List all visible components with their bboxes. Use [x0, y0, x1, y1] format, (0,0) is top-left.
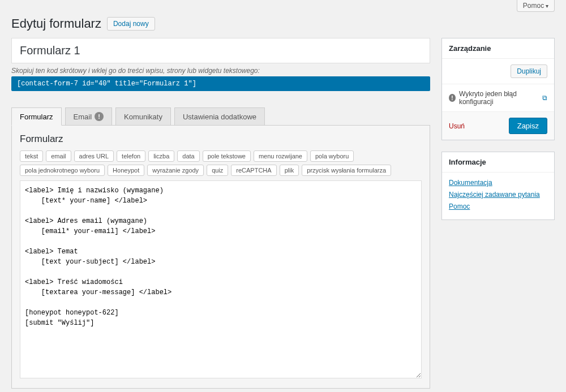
tab-form[interactable]: Formularz — [11, 107, 62, 126]
add-new-button[interactable]: Dodaj nowy — [107, 17, 155, 31]
tag-button[interactable]: data — [177, 150, 199, 162]
tag-button[interactable]: quiz — [207, 165, 228, 176]
tag-button[interactable]: pole tekstowe — [203, 150, 251, 162]
manage-heading: Zarządzanie — [442, 38, 554, 59]
form-editor-textarea[interactable] — [20, 180, 422, 378]
tab-email-label: Email — [74, 113, 92, 121]
manage-box: Zarządzanie Duplikuj ! Wykryto jeden błą… — [441, 38, 555, 140]
duplicate-button[interactable]: Duplikuj — [511, 64, 547, 78]
tag-button[interactable]: telefon — [117, 150, 145, 162]
tag-button[interactable]: pola wyboru — [310, 150, 354, 162]
shortcode-label: Skopiuj ten kod skrótowy i wklej go do t… — [11, 67, 430, 75]
info-heading: Informacje — [442, 152, 554, 173]
editor-tabs: Formularz Email ! Komunikaty Ustawienia … — [11, 107, 430, 126]
tag-button[interactable]: reCAPTCHA — [231, 165, 276, 176]
tag-button[interactable]: email — [46, 150, 71, 162]
page-title: Edytuj formularz — [11, 16, 101, 31]
config-error-notice[interactable]: ! Wykryto jeden błąd konfiguracji ⧉ — [442, 84, 554, 111]
tag-button[interactable]: Honeypot — [108, 165, 144, 176]
tag-button[interactable]: adres URL — [74, 150, 114, 162]
tab-email[interactable]: Email ! — [65, 107, 113, 126]
panel-heading: Formularz — [20, 133, 422, 145]
tag-button[interactable]: wyrażanie zgody — [147, 165, 204, 176]
info-link[interactable]: Dokumentacja — [449, 179, 492, 187]
tag-button[interactable]: plik — [280, 165, 299, 176]
info-link[interactable]: Najczęściej zadawane pytania — [449, 191, 540, 199]
tab-messages[interactable]: Komunikaty — [115, 107, 171, 126]
tag-generator-row: tekstemailadres URLtelefonliczbadatapole… — [20, 150, 422, 176]
info-box: Informacje DokumentacjaNajczęściej zadaw… — [441, 152, 555, 220]
tag-button[interactable]: liczba — [148, 150, 174, 162]
screen-options-toggle[interactable]: Pomoc — [517, 0, 555, 12]
tab-additional[interactable]: Ustawienia dodatkowe — [174, 107, 265, 126]
info-link[interactable]: Pomoc — [449, 203, 470, 210]
tag-button[interactable]: menu rozwijane — [254, 150, 307, 162]
error-icon: ! — [449, 94, 456, 102]
tag-button[interactable]: tekst — [20, 150, 43, 162]
form-title-input[interactable] — [11, 38, 430, 63]
form-panel: Formularz tekstemailadres URLtelefonlicz… — [11, 125, 430, 389]
delete-link[interactable]: Usuń — [449, 122, 465, 130]
tag-button[interactable]: przycisk wysłania formularza — [302, 165, 391, 176]
config-error-text: Wykryto jeden błąd konfiguracji — [459, 90, 539, 106]
save-button-side[interactable]: Zapisz — [509, 118, 547, 134]
external-link-icon: ⧉ — [542, 94, 547, 102]
warning-icon: ! — [95, 112, 104, 121]
tag-button[interactable]: pola jednokrotnego wyboru — [20, 165, 105, 176]
shortcode-code[interactable]: [contact-form-7 id="40" title="Formularz… — [11, 76, 430, 91]
